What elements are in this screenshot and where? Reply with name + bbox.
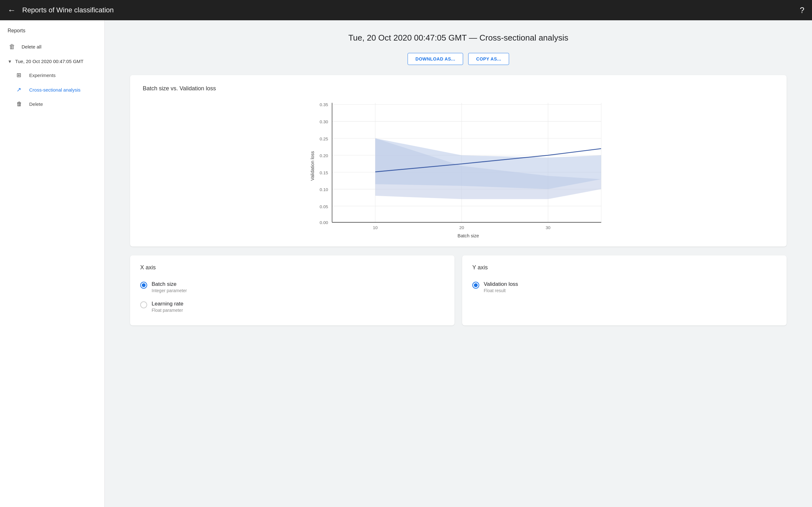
radio-batch-size-circle[interactable] [140,282,147,289]
radio-learning-rate-circle[interactable] [140,301,147,308]
sidebar-delete-icon: 🗑 [16,101,24,107]
svg-text:0.05: 0.05 [320,205,328,209]
sidebar-delete-all[interactable]: 🗑 Delete all [0,39,104,55]
radio-validation-loss[interactable]: Validation loss Float result [472,277,776,297]
topbar-title: Reports of Wine classification [22,6,114,14]
cross-sectional-icon: ↗ [16,86,24,93]
chart-area: 0.35 0.30 0.25 0.20 0.15 0.10 0.05 0.00 [143,100,774,239]
copy-button[interactable]: COPY AS... [468,53,509,65]
y-axis-panel: Y axis Validation loss Float result [462,256,786,326]
chart-svg: 0.35 0.30 0.25 0.20 0.15 0.10 0.05 0.00 [143,100,774,239]
chevron-down-icon: ▼ [8,59,12,64]
experiments-icon: ⊞ [16,72,24,78]
radio-learning-rate-sublabel: Float parameter [152,308,183,313]
radio-learning-rate-label: Learning rate [152,301,183,307]
radio-batch-size-label: Batch size [152,281,187,287]
x-axis-panel: X axis Batch size Integer parameter Lear… [130,256,455,326]
svg-text:0.25: 0.25 [320,136,328,141]
svg-marker-22 [375,138,601,189]
sidebar-tree-item[interactable]: ▼ Tue, 20 Oct 2020 00:47:05 GMT [0,55,104,68]
delete-all-label: Delete all [21,44,42,49]
radio-learning-rate[interactable]: Learning rate Float parameter [140,297,444,317]
x-axis-title: X axis [140,264,444,271]
svg-text:0.00: 0.00 [320,220,328,225]
svg-text:Batch size: Batch size [458,233,479,238]
back-button[interactable]: ← [8,5,16,15]
svg-text:0.35: 0.35 [320,102,328,107]
svg-text:10: 10 [373,225,378,230]
delete-all-icon: 🗑 [8,43,16,50]
page-title: Tue, 20 Oct 2020 00:47:05 GMT — Cross-se… [130,33,786,43]
svg-text:0.30: 0.30 [320,119,328,124]
sidebar: Reports 🗑 Delete all ▼ Tue, 20 Oct 2020 … [0,20,105,507]
radio-validation-loss-sublabel: Float result [484,288,518,293]
chart-title: Batch size vs. Validation loss [143,85,774,92]
svg-text:Validation loss: Validation loss [310,151,315,181]
topbar: ← Reports of Wine classification ? [0,0,812,20]
help-icon[interactable]: ? [800,5,804,15]
radio-validation-loss-circle[interactable] [472,282,479,289]
chart-card: Batch size vs. Validation loss 0.35 0.30… [130,75,786,246]
sidebar-tree-label: Tue, 20 Oct 2020 00:47:05 GMT [15,59,84,64]
sidebar-item-cross-sectional[interactable]: ↗ Cross-sectional analysis [0,82,104,97]
sidebar-item-cross-sectional-label: Cross-sectional analysis [29,87,81,93]
sidebar-item-experiments-label: Experiments [29,72,55,78]
radio-batch-size[interactable]: Batch size Integer parameter [140,277,444,297]
radio-validation-loss-label: Validation loss [484,281,518,287]
svg-text:0.10: 0.10 [320,187,328,192]
svg-text:0.15: 0.15 [320,170,328,175]
svg-text:0.20: 0.20 [320,153,328,158]
y-axis-title: Y axis [472,264,776,271]
sidebar-item-experiments[interactable]: ⊞ Experiments [0,68,104,82]
sidebar-item-delete-label: Delete [29,101,43,107]
svg-text:20: 20 [459,225,464,230]
download-button[interactable]: DOWNLOAD AS... [408,53,463,65]
sidebar-item-delete[interactable]: 🗑 Delete [0,97,104,111]
radio-batch-size-sublabel: Integer parameter [152,288,187,293]
bottom-panels: X axis Batch size Integer parameter Lear… [130,256,786,326]
main-content: Tue, 20 Oct 2020 00:47:05 GMT — Cross-se… [105,20,812,507]
action-buttons: DOWNLOAD AS... COPY AS... [130,53,786,65]
svg-text:30: 30 [546,225,551,230]
sidebar-section-title: Reports [0,28,104,39]
